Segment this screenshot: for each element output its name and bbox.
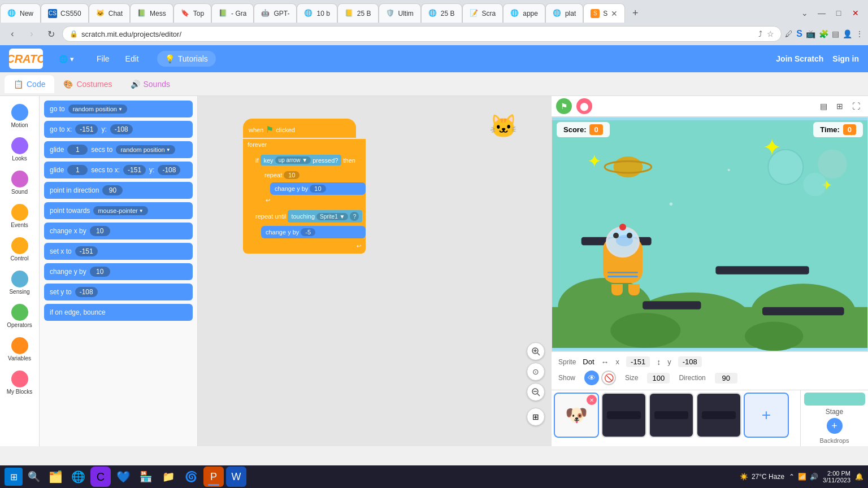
- stop-button[interactable]: ⬤: [576, 98, 592, 114]
- direction-val[interactable]: 90: [715, 373, 737, 384]
- sprite-thumb-platform3[interactable]: [696, 393, 741, 438]
- block-change-y-neg5[interactable]: change y by -5: [261, 226, 366, 238]
- block-glide-xy[interactable]: glide 1 secs to x: -151 y: -108: [44, 162, 193, 178]
- tab-sounds[interactable]: 🔊 Sounds: [121, 75, 179, 93]
- chevron-up-icon[interactable]: ⌃: [789, 473, 795, 481]
- close-window-icon[interactable]: ✕: [849, 6, 862, 20]
- stage-layout-normal[interactable]: ⊞: [833, 99, 847, 113]
- block-goto-random[interactable]: go to random position: [44, 101, 193, 117]
- tab-scra[interactable]: 📝 Scra: [462, 3, 504, 23]
- block-set-y-val[interactable]: -108: [75, 287, 98, 297]
- maximize-icon[interactable]: □: [832, 6, 845, 20]
- sprite-thumb-platform1[interactable]: [601, 393, 646, 438]
- tab-close-icon[interactable]: ✕: [611, 9, 618, 18]
- block-point-dir[interactable]: point in direction 90: [44, 182, 193, 199]
- back-button[interactable]: ‹: [5, 26, 20, 42]
- tab-scratch-active[interactable]: S S ✕: [583, 3, 625, 23]
- block-goto-xy[interactable]: go to x: -151 y: -108: [44, 121, 193, 138]
- block-glide-xy-secs[interactable]: 1: [67, 165, 88, 175]
- sprite-delete-button[interactable]: ✕: [587, 395, 597, 405]
- block-glide-random[interactable]: glide 1 secs to random position: [44, 141, 193, 158]
- taskbar-vscode[interactable]: 💙: [113, 467, 133, 487]
- tab-ultim[interactable]: 🛡️ Ultim: [379, 3, 421, 23]
- block-repeat[interactable]: repeat 10: [261, 169, 366, 181]
- category-sensing[interactable]: Sensing: [2, 267, 37, 298]
- stage-layout-fullscreen[interactable]: ⛶: [849, 99, 863, 113]
- block-goto-random-dropdown[interactable]: random position: [68, 104, 127, 114]
- tab-cs550[interactable]: CS CS550: [41, 3, 89, 23]
- category-sound[interactable]: Sound: [2, 167, 37, 198]
- tab-gpt[interactable]: 🤖 GPT-: [254, 3, 297, 23]
- show-hidden-button[interactable]: 🚫: [601, 371, 616, 385]
- tab-25b2[interactable]: 🌐 25 B: [421, 3, 462, 23]
- file-menu[interactable]: File: [90, 51, 116, 67]
- tab-new[interactable]: 🌐 New: [0, 3, 41, 23]
- add-backdrop-button[interactable]: +: [827, 418, 843, 434]
- wifi-icon[interactable]: 📶: [798, 473, 806, 481]
- sidebar-icon[interactable]: ▤: [832, 29, 839, 38]
- join-scratch-button[interactable]: Join Scratch: [776, 54, 823, 63]
- tab-top[interactable]: 🔖 Top: [173, 3, 211, 23]
- tab-collapse-icon[interactable]: ⌄: [798, 6, 811, 20]
- notification-icon[interactable]: 🔔: [855, 473, 863, 481]
- block-if-on-edge[interactable]: if on edge, bounce: [44, 304, 193, 321]
- block-repeat-until[interactable]: repeat until touching Sprite1 ▼ ?: [252, 208, 366, 225]
- tab-plat[interactable]: 🌐 plat: [545, 3, 583, 23]
- cast-icon[interactable]: 📺: [806, 29, 815, 38]
- block-glide-random-dropdown[interactable]: random position: [116, 145, 175, 154]
- block-set-x-val[interactable]: -151: [75, 246, 98, 256]
- tutorials-button[interactable]: 💡 Tutorials: [157, 51, 216, 67]
- x-coord-val[interactable]: -151: [626, 356, 650, 367]
- sign-in-button[interactable]: Sign in: [832, 54, 859, 63]
- minimize-icon[interactable]: —: [815, 6, 828, 20]
- block-if-key[interactable]: if key up arrow ▼ pressed? then: [252, 152, 366, 168]
- block-towards-dropdown[interactable]: mouse-pointer: [93, 206, 147, 215]
- block-change-y[interactable]: change y by 10: [44, 263, 193, 280]
- zoom-in-button[interactable]: [527, 342, 545, 360]
- block-change-x[interactable]: change x by 10: [44, 223, 193, 239]
- block-forever-header[interactable]: forever: [243, 139, 366, 150]
- block-set-x[interactable]: set x to -151: [44, 243, 193, 260]
- zoom-out-button[interactable]: [527, 383, 545, 401]
- tab-chat[interactable]: 🐱 Chat: [89, 3, 130, 23]
- tab-appe[interactable]: 🌐 appe: [503, 3, 545, 23]
- sprite-thumb-dot[interactable]: 🐶 ✕: [554, 393, 599, 438]
- block-goto-x[interactable]: -151: [75, 124, 98, 134]
- taskbar-powerpoint[interactable]: P: [203, 467, 224, 487]
- size-val[interactable]: 100: [647, 373, 670, 384]
- change-y-10-val[interactable]: 10: [310, 185, 326, 193]
- category-control[interactable]: Control: [2, 234, 37, 265]
- taskbar-clock[interactable]: 2:00 PM 3/11/2023: [823, 470, 850, 483]
- block-glide-xy-y[interactable]: -108: [158, 165, 180, 175]
- taskbar-edge[interactable]: 🌀: [181, 467, 201, 487]
- scripts-area[interactable]: when ⚑ clicked forever if: [198, 96, 552, 446]
- sprite-name[interactable]: Dot: [583, 358, 594, 366]
- tab-mess[interactable]: 📗 Mess: [130, 3, 173, 23]
- tab-code[interactable]: 📋 Code: [5, 75, 54, 93]
- sprite-thumb-add[interactable]: +: [744, 393, 789, 438]
- tab-costumes[interactable]: 🎨 Costumes: [54, 75, 121, 93]
- green-flag-button[interactable]: ⚑: [556, 98, 572, 114]
- scratch-logo[interactable]: SCRATCH: [9, 49, 43, 69]
- extensions-icon[interactable]: 🖊: [785, 29, 793, 38]
- taskbar-word[interactable]: W: [226, 467, 246, 487]
- sprite1-dropdown[interactable]: Sprite1 ▼: [316, 213, 348, 220]
- taskbar-canva[interactable]: C: [90, 467, 111, 487]
- category-myblocks[interactable]: My Blocks: [2, 367, 37, 398]
- block-set-y[interactable]: set y to -108: [44, 284, 193, 300]
- taskbar-msstore[interactable]: 🏪: [136, 467, 156, 487]
- taskbar-explorer[interactable]: 🗂️: [45, 467, 66, 487]
- new-tab-button[interactable]: +: [627, 5, 643, 21]
- puzzle-icon[interactable]: 🧩: [819, 29, 828, 38]
- tab-gra[interactable]: 📗 - Gra: [211, 3, 254, 23]
- category-operators[interactable]: Operators: [2, 300, 37, 332]
- taskbar-files[interactable]: 📁: [158, 467, 179, 487]
- block-glide-xy-x[interactable]: -151: [123, 165, 146, 175]
- tab-25b1[interactable]: 📒 25 B: [337, 3, 379, 23]
- share-icon[interactable]: ⤴: [758, 29, 762, 38]
- address-bar[interactable]: 🔒 scratch.mit.edu/projects/editor/ ⤴ ☆: [62, 26, 782, 42]
- category-looks[interactable]: Looks: [2, 134, 37, 165]
- tab-10b[interactable]: 🌐 10 b: [297, 3, 337, 23]
- start-button[interactable]: ⊞: [5, 468, 23, 486]
- stage-layout-small[interactable]: ▤: [817, 99, 831, 113]
